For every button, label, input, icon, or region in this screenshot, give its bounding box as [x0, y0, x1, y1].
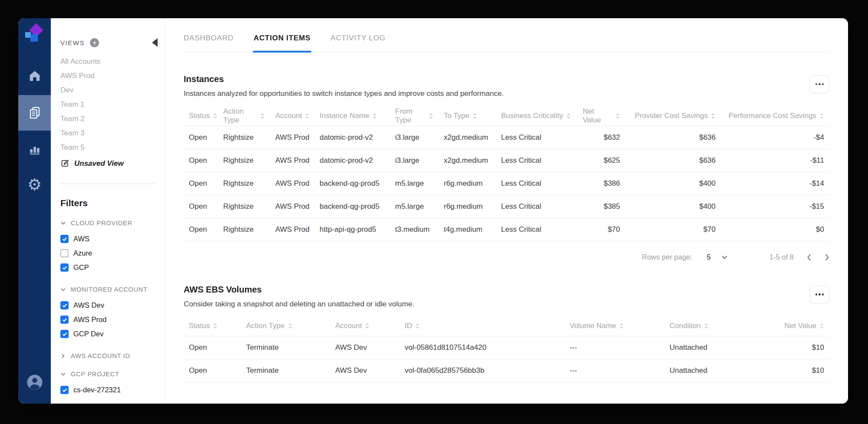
view-item[interactable]: Dev — [60, 83, 165, 97]
table-cell: Rightsize — [218, 126, 270, 149]
add-view-icon[interactable]: + — [90, 38, 99, 47]
view-item[interactable]: Team 5 — [60, 140, 165, 154]
filter-section: AWS ACCOUNT ID — [60, 352, 165, 359]
prev-page-icon[interactable] — [807, 253, 812, 261]
checkbox[interactable] — [60, 235, 69, 243]
column-header-volume-name[interactable]: Volume Name — [564, 316, 664, 336]
views-header: VIEWS + — [60, 38, 165, 47]
view-item[interactable]: Team 2 — [60, 112, 165, 126]
rows-per-page-label: Rows per page: — [642, 253, 692, 261]
instances-table: StatusAction TypeAccountInstance NameFro… — [184, 106, 829, 241]
column-header-net-value[interactable]: Net Value — [756, 316, 829, 336]
collapse-sidebar-icon[interactable] — [152, 38, 158, 47]
filter-section-toggle[interactable]: AWS ACCOUNT ID — [60, 352, 165, 359]
column-header-to-type[interactable]: To Type — [439, 106, 496, 126]
view-item[interactable]: Team 3 — [60, 126, 165, 140]
table-cell: Less Critical — [496, 218, 578, 241]
tab-dashboard[interactable]: DASHBOARD — [184, 34, 234, 52]
filter-options: cs-dev-272321 — [60, 383, 165, 397]
filter-option-label: cs-dev-272321 — [73, 386, 121, 394]
filter-section-toggle[interactable]: MONITORED ACCOUNT — [60, 286, 165, 293]
nav-rail: ⚙ — [18, 18, 51, 404]
column-header-account[interactable]: Account — [270, 106, 314, 126]
filter-option: Azure — [60, 246, 165, 260]
view-item[interactable]: Team 1 — [60, 97, 165, 112]
chevron-down-icon — [60, 372, 66, 376]
checkbox[interactable] — [60, 316, 69, 324]
table-cell: vol-05861d8107514a420 — [399, 336, 564, 359]
next-page-icon[interactable] — [825, 253, 829, 261]
sort-icon — [472, 112, 477, 119]
table-cell: Terminate — [241, 336, 330, 359]
nav-action-items[interactable] — [18, 95, 51, 131]
nav-home[interactable] — [18, 63, 51, 89]
app-window: ⚙ VIEWS + All AccountsAWS ProdDevTeam 1T… — [18, 18, 848, 404]
instances-subtitle: Instances analyzed for opportunities to … — [184, 89, 504, 98]
column-header-business-criticality[interactable]: Business Criticality — [496, 106, 578, 126]
table-cell: -$11 — [721, 149, 829, 172]
table-cell: vol-0fa065d285756bb3b — [399, 359, 564, 382]
filter-option: GCP — [60, 260, 165, 275]
column-header-account[interactable]: Account — [330, 316, 399, 336]
filter-section-toggle[interactable]: CLOUD PROVIDER — [60, 220, 165, 227]
column-header-id[interactable]: ID — [399, 316, 564, 336]
table-cell: -$14 — [721, 172, 829, 195]
column-header-provider-cost-savings[interactable]: Provider Cost Savings — [625, 106, 721, 126]
view-item[interactable]: All Accounts — [60, 54, 165, 69]
column-header-performance-cost-savings[interactable]: Performance Cost Savings — [721, 106, 829, 126]
filter-section: GCP PROJECTcs-dev-272321 — [60, 371, 165, 397]
table-cell: $400 — [625, 195, 721, 218]
column-header-action-type[interactable]: Action Type — [218, 106, 270, 126]
column-header-net-value[interactable]: Net Value — [578, 106, 625, 126]
checkbox[interactable] — [60, 301, 69, 309]
tab-action-items[interactable]: ACTION ITEMS — [254, 34, 310, 52]
column-header-status[interactable]: Status — [184, 106, 218, 126]
table-cell: Unattached — [664, 336, 756, 359]
instances-more-options-button[interactable] — [810, 75, 829, 93]
table-cell: --- — [564, 336, 664, 359]
table-cell: $625 — [578, 149, 625, 172]
table-cell: $70 — [625, 218, 721, 241]
checkbox[interactable] — [60, 249, 69, 257]
table-cell: Open — [184, 336, 241, 359]
page-range: 1-5 of 8 — [769, 253, 794, 261]
table-cell: AWS Prod — [270, 195, 314, 218]
ebs-more-options-button[interactable] — [810, 286, 829, 304]
table-cell: Rightsize — [218, 195, 270, 218]
table-cell: $70 — [578, 218, 625, 241]
rows-per-page-value[interactable]: 5 — [707, 253, 711, 261]
filter-option: GCP Dev — [60, 327, 165, 341]
filter-section: MONITORED ACCOUNTAWS DevAWS ProdGCP Dev — [60, 286, 165, 341]
rows-per-page-dropdown[interactable] — [721, 255, 728, 260]
user-menu[interactable] — [18, 372, 51, 392]
column-header-condition[interactable]: Condition — [664, 316, 756, 336]
checkbox[interactable] — [60, 330, 69, 338]
nav-reports[interactable] — [18, 136, 51, 162]
table-row: OpenRightsizeAWS Prodhttp-api-qg-prod5t3… — [184, 218, 829, 241]
table-cell: AWS Dev — [330, 359, 399, 382]
column-header-status[interactable]: Status — [184, 316, 241, 336]
column-header-instance-name[interactable]: Instance Name — [314, 106, 390, 126]
sidebar: VIEWS + All AccountsAWS ProdDevTeam 1Tea… — [51, 18, 165, 404]
view-item[interactable]: AWS Prod — [60, 69, 165, 83]
sort-icon — [704, 322, 709, 329]
unsaved-view-item[interactable]: Unsaved View — [60, 159, 165, 168]
user-avatar-icon — [26, 373, 44, 391]
table-cell: Unattached — [664, 359, 756, 382]
table-cell: Less Critical — [496, 195, 578, 218]
column-header-from-type[interactable]: From Type — [390, 106, 439, 126]
checkbox[interactable] — [60, 386, 69, 394]
more-options-icon — [815, 293, 818, 296]
filter-sections: CLOUD PROVIDERAWSAzureGCPMONITORED ACCOU… — [60, 220, 165, 397]
tab-activity-log[interactable]: ACTIVITY LOG — [330, 34, 385, 52]
checkbox[interactable] — [60, 263, 69, 272]
chevron-down-icon — [60, 288, 66, 292]
sort-icon — [365, 322, 370, 329]
sort-icon — [372, 112, 377, 119]
table-cell: datomic-prod-v2 — [314, 126, 390, 149]
sort-icon — [213, 322, 218, 329]
nav-settings[interactable]: ⚙ — [18, 171, 51, 197]
column-header-action-type[interactable]: Action Type — [241, 316, 330, 336]
gear-icon: ⚙ — [27, 177, 42, 193]
filter-section-toggle[interactable]: GCP PROJECT — [60, 371, 165, 378]
